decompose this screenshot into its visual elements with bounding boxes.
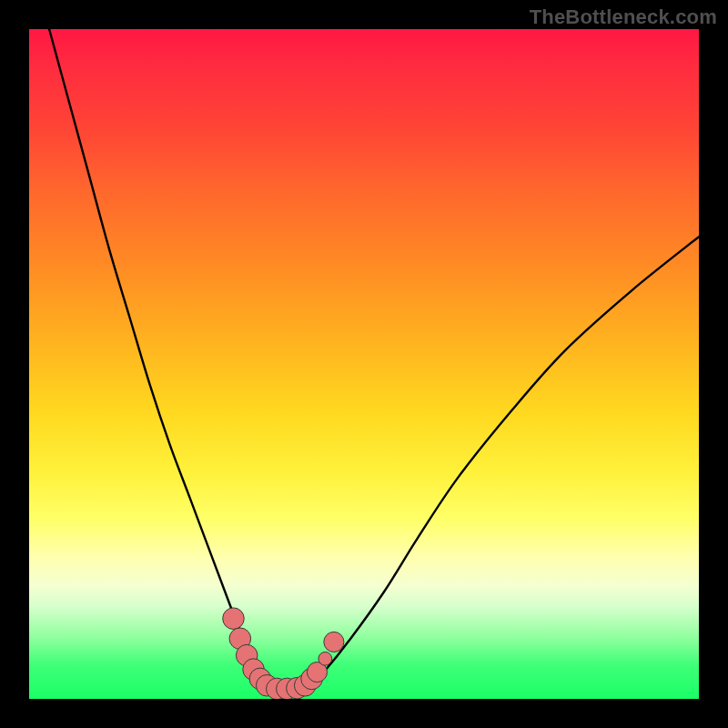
trough-markers xyxy=(223,608,344,699)
watermark-text: TheBottleneck.com xyxy=(530,5,717,29)
bottleneck-curve xyxy=(49,29,699,689)
plot-area xyxy=(29,29,699,699)
trough-marker xyxy=(223,608,245,630)
chart-frame: TheBottleneck.com xyxy=(0,0,728,728)
trough-marker xyxy=(324,632,344,652)
chart-svg xyxy=(29,29,699,699)
trough-marker xyxy=(318,652,332,665)
